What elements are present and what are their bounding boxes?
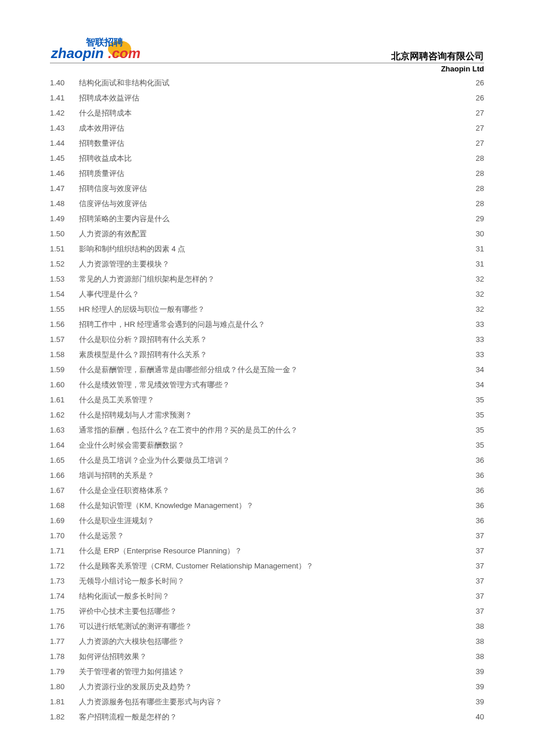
toc-entry-page: 28 <box>475 185 484 192</box>
toc-entry-num: 1.79 <box>50 668 79 675</box>
toc-entry: 1.57什么是职位分析？跟招聘有什么关系？33 <box>50 336 484 351</box>
toc-entry-num: 1.50 <box>50 230 79 237</box>
toc-entry-title: 关于管理者的管理力如何描述？ <box>79 668 185 675</box>
toc-entry-title: 通常指的薪酬，包括什么？在工资中的作用？买的是员工的什么？ <box>79 426 298 434</box>
toc-entry-title: 什么是企业任职资格体系？ <box>79 487 169 494</box>
toc-entry-page: 26 <box>475 79 484 87</box>
toc-entry-title: 素质模型是什么？跟招聘有什么关系？ <box>79 351 207 358</box>
toc-entry-num: 1.74 <box>50 592 79 600</box>
toc-entry: 1.50人力资源的有效配置30 <box>50 230 484 245</box>
toc-entry-title: 人力资源服务包括有哪些主要形式与内容？ <box>79 698 222 705</box>
toc-entry: 1.49招聘策略的主要内容是什么29 <box>50 215 484 230</box>
toc-entry-num: 1.56 <box>50 321 79 328</box>
toc-entry: 1.60什么是绩效管理，常见绩效管理方式有哪些？34 <box>50 381 484 396</box>
toc-entry-num: 1.64 <box>50 441 79 449</box>
toc-entry-page: 31 <box>475 245 484 253</box>
toc-entry-num: 1.55 <box>50 305 79 313</box>
toc-entry: 1.51影响和制约组织结构的因素 4 点31 <box>50 245 484 260</box>
toc-entry-title: 人力资源的六大模块包括哪些？ <box>79 638 185 645</box>
toc-entry: 1.65什么是员工培训？企业为什么要做员工培训？36 <box>50 456 484 471</box>
toc-entry-page: 34 <box>475 366 484 373</box>
toc-entry-page: 29 <box>475 215 484 222</box>
toc-entry-page: 33 <box>475 321 484 328</box>
toc-entry-page: 38 <box>475 653 484 660</box>
toc-entry-num: 1.70 <box>50 532 79 539</box>
toc-entry: 1.47招聘信度与效度评估28 <box>50 185 484 200</box>
toc-entry-title: 可以进行纸笔测试的测评有哪些？ <box>79 622 192 630</box>
toc-entry-title: 什么是职位分析？跟招聘有什么关系？ <box>79 336 207 343</box>
toc-entry-page: 35 <box>475 441 484 449</box>
toc-entry-num: 1.41 <box>50 94 79 102</box>
toc-entry-num: 1.40 <box>50 79 79 87</box>
company-en-row: Zhaopin Ltd <box>50 64 484 73</box>
toc-entry-page: 36 <box>475 487 484 494</box>
logo-main-text: zhaopin <box>50 45 104 61</box>
toc-entry: 1.74结构化面试一般多长时间？37 <box>50 592 484 607</box>
toc-entry-title: 什么是招聘规划与人才需求预测？ <box>79 411 192 419</box>
toc-entry-num: 1.49 <box>50 215 79 222</box>
toc-entry-page: 27 <box>475 139 484 147</box>
toc-entry-page: 33 <box>475 336 484 343</box>
toc-entry-num: 1.62 <box>50 411 79 419</box>
toc-entry-page: 36 <box>475 502 484 509</box>
toc-entry-title: 招聘质量评估 <box>79 170 124 177</box>
toc-entry-num: 1.51 <box>50 245 79 253</box>
toc-entry-num: 1.67 <box>50 487 79 494</box>
toc-entry-title: 招聘策略的主要内容是什么 <box>79 215 169 222</box>
toc-entry-page: 38 <box>475 622 484 630</box>
toc-entry-num: 1.81 <box>50 698 79 705</box>
toc-entry-title: 什么是职业生涯规划？ <box>79 517 154 524</box>
toc-entry-page: 27 <box>475 124 484 132</box>
toc-entry-title: 招聘工作中，HR 经理通常会遇到的问题与难点是什么？ <box>79 321 265 328</box>
toc-entry-title: 结构化面试一般多长时间？ <box>79 592 169 600</box>
toc-entry-num: 1.47 <box>50 185 79 192</box>
toc-entry-title: 什么是员工培训？企业为什么要做员工培训？ <box>79 456 230 464</box>
toc-entry-num: 1.71 <box>50 547 79 555</box>
toc-entry-title: 评价中心技术主要包括哪些？ <box>79 607 177 615</box>
toc-entry-title: 企业什么时候会需要薪酬数据？ <box>79 441 185 449</box>
document-page: 智联招聘 zhaopin .com 北京网聘咨询有限公司 Zhaopin Ltd… <box>0 0 534 756</box>
toc-entry-page: 38 <box>475 638 484 645</box>
toc-entry-num: 1.43 <box>50 124 79 132</box>
toc-entry-page: 30 <box>475 230 484 237</box>
toc-entry: 1.58素质模型是什么？跟招聘有什么关系？33 <box>50 351 484 366</box>
toc-entry-title: 招聘数量评估 <box>79 139 124 147</box>
toc-entry-title: 什么是顾客关系管理（CRM, Customer Relationship Man… <box>79 562 313 570</box>
toc-entry-num: 1.76 <box>50 622 79 630</box>
toc-entry: 1.69什么是职业生涯规划？36 <box>50 517 484 532</box>
company-name-cn: 北京网聘咨询有限公司 <box>391 51 484 62</box>
toc-entry-page: 26 <box>475 94 484 102</box>
toc-entry-page: 28 <box>475 170 484 177</box>
toc-entry-title: 什么是员工关系管理？ <box>79 396 154 404</box>
toc-entry-num: 1.66 <box>50 471 79 479</box>
toc-entry-page: 31 <box>475 260 484 268</box>
header-company-block: 北京网聘咨询有限公司 <box>391 51 484 62</box>
toc-entry-page: 36 <box>475 471 484 479</box>
toc-entry-title: 信度评估与效度评估 <box>79 200 147 207</box>
toc-entry-num: 1.52 <box>50 260 79 268</box>
toc-entry: 1.42什么是招聘成本27 <box>50 109 484 124</box>
toc-entry-num: 1.77 <box>50 638 79 645</box>
toc-entry-title: 人力资源行业的发展历史及趋势？ <box>79 683 192 690</box>
toc-entry-page: 32 <box>475 305 484 313</box>
toc-entry-num: 1.80 <box>50 683 79 690</box>
toc-entry-page: 28 <box>475 200 484 207</box>
toc-entry-title: 如何评估招聘效果？ <box>79 653 147 660</box>
toc-entry: 1.72什么是顾客关系管理（CRM, Customer Relationship… <box>50 562 484 577</box>
toc-entry-title: 成本效用评估 <box>79 124 124 132</box>
toc-entry-title: 结构化面试和非结构化面试 <box>79 79 169 87</box>
toc-entry-page: 37 <box>475 592 484 600</box>
toc-entry: 1.78如何评估招聘效果？38 <box>50 653 484 668</box>
zhaopin-logo: 智联招聘 zhaopin .com <box>50 34 143 62</box>
page-header: 智联招聘 zhaopin .com 北京网聘咨询有限公司 <box>50 34 484 63</box>
toc-entry-page: 37 <box>475 532 484 539</box>
toc-entry-page: 37 <box>475 607 484 615</box>
toc-entry-page: 36 <box>475 517 484 524</box>
toc-entry-num: 1.46 <box>50 170 79 177</box>
toc-entry-title: 常见的人力资源部门组织架构是怎样的？ <box>79 275 215 283</box>
toc-entry: 1.43成本效用评估27 <box>50 124 484 139</box>
toc-entry-num: 1.78 <box>50 653 79 660</box>
toc-entry-page: 27 <box>475 109 484 117</box>
toc-entry: 1.75评价中心技术主要包括哪些？37 <box>50 607 484 622</box>
toc-entry-page: 35 <box>475 396 484 404</box>
